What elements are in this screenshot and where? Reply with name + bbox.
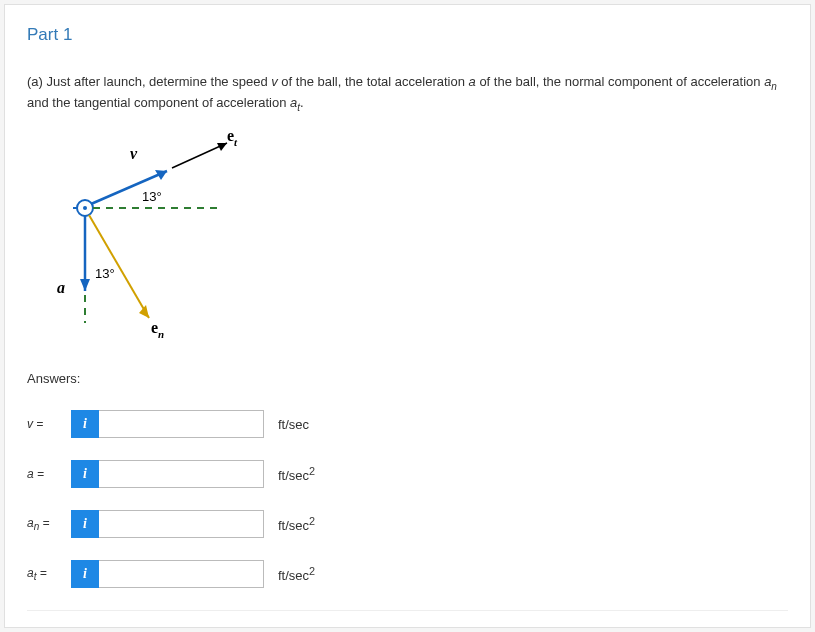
eq-v: = bbox=[33, 417, 43, 431]
svg-text:en: en bbox=[151, 319, 164, 340]
unit-an-base: ft/sec bbox=[278, 518, 309, 533]
et-label: e bbox=[227, 127, 234, 144]
part-title: Part 1 bbox=[27, 25, 788, 45]
info-button-at[interactable]: i bbox=[71, 560, 99, 588]
v-label: v bbox=[130, 145, 138, 162]
unit-at: ft/sec2 bbox=[278, 565, 315, 583]
svg-marker-12 bbox=[139, 305, 149, 318]
input-a[interactable] bbox=[99, 460, 264, 488]
unit-a: ft/sec2 bbox=[278, 465, 315, 483]
answer-row-at: at = i ft/sec2 bbox=[27, 560, 788, 588]
var-label-an: an = bbox=[27, 516, 71, 532]
input-at[interactable] bbox=[99, 560, 264, 588]
q-mid3: and the tangential component of accelera… bbox=[27, 95, 290, 110]
unit-v: ft/sec bbox=[278, 417, 309, 432]
q-mid2: of the ball, the normal component of acc… bbox=[476, 74, 764, 89]
svg-marker-9 bbox=[80, 279, 90, 291]
angle-upper: 13° bbox=[142, 189, 162, 204]
answer-row-v: v = i ft/sec bbox=[27, 410, 788, 438]
info-button-a[interactable]: i bbox=[71, 460, 99, 488]
et-sub: t bbox=[234, 136, 238, 148]
a-label: a bbox=[57, 279, 65, 296]
answer-row-a: a = i ft/sec2 bbox=[27, 460, 788, 488]
unit-an-sup: 2 bbox=[309, 515, 315, 527]
info-button-v[interactable]: i bbox=[71, 410, 99, 438]
var-label-a: a = bbox=[27, 467, 71, 481]
var-at: a bbox=[27, 566, 34, 580]
divider bbox=[27, 610, 788, 611]
q-prefix: (a) Just after launch, determine the spe… bbox=[27, 74, 271, 89]
angle-lower: 13° bbox=[95, 266, 115, 281]
var-a: a bbox=[27, 467, 34, 481]
var-an: a bbox=[27, 516, 34, 530]
q-an-sub: n bbox=[771, 81, 777, 92]
q-suffix: . bbox=[300, 95, 304, 110]
eq-a: = bbox=[34, 467, 44, 481]
unit-a-base: ft/sec bbox=[278, 468, 309, 483]
question-text: (a) Just after launch, determine the spe… bbox=[27, 73, 788, 115]
diagram-svg: 13° 13° v a et en bbox=[27, 123, 247, 353]
q-mid1: of the ball, the total acceleration bbox=[278, 74, 469, 89]
unit-at-base: ft/sec bbox=[278, 568, 309, 583]
var-label-at: at = bbox=[27, 566, 71, 582]
input-v[interactable] bbox=[99, 410, 264, 438]
var-label-v: v = bbox=[27, 417, 71, 431]
eq-at: = bbox=[36, 566, 46, 580]
en-label: e bbox=[151, 319, 158, 336]
answer-row-an: an = i ft/sec2 bbox=[27, 510, 788, 538]
q-a: a bbox=[469, 74, 476, 89]
svg-text:et: et bbox=[227, 127, 238, 148]
eq-an: = bbox=[39, 516, 49, 530]
svg-point-1 bbox=[83, 206, 87, 210]
vector-diagram: 13° 13° v a et en bbox=[27, 123, 247, 353]
answers-heading: Answers: bbox=[27, 371, 788, 386]
unit-an: ft/sec2 bbox=[278, 515, 315, 533]
info-button-an[interactable]: i bbox=[71, 510, 99, 538]
input-an[interactable] bbox=[99, 510, 264, 538]
unit-a-sup: 2 bbox=[309, 465, 315, 477]
unit-at-sup: 2 bbox=[309, 565, 315, 577]
question-card: Part 1 (a) Just after launch, determine … bbox=[4, 4, 811, 628]
svg-line-6 bbox=[172, 143, 227, 168]
en-sub: n bbox=[158, 328, 164, 340]
